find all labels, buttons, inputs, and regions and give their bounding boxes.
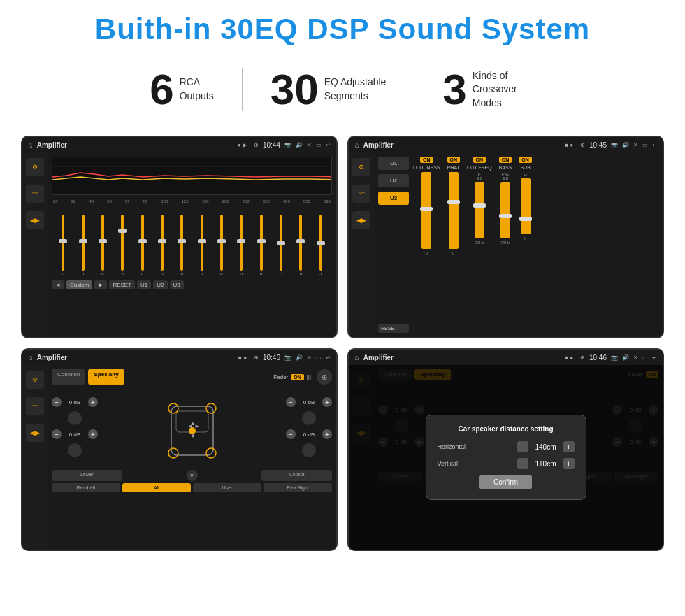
fader-label: Fader <box>273 374 288 380</box>
db-row-3: − 0 dB + <box>286 397 332 407</box>
location-icon-2: ⊕ <box>580 142 585 148</box>
btn-copilot[interactable]: Copilot <box>261 470 332 481</box>
cv-loudness-slider[interactable] <box>421 172 431 249</box>
x-icon-3: ✕ <box>307 354 312 361</box>
slider-11[interactable]: 0 <box>256 215 267 276</box>
slider-6[interactable]: 0 <box>157 215 168 276</box>
preset-u2[interactable]: U2 <box>378 174 409 187</box>
confirm-button[interactable]: Confirm <box>480 475 532 489</box>
svg-text:▲: ▲ <box>190 420 196 427</box>
cv-cutfreq-val: 60Hz <box>475 241 484 245</box>
sidebar-eq-btn-3[interactable]: ⚙ <box>26 371 44 389</box>
preset-u1[interactable]: U1 <box>378 157 409 170</box>
eq-main-area: 2532405063 80100125160200 25032040050063… <box>48 152 336 337</box>
svg-point-7 <box>168 448 178 458</box>
plus-btn-2[interactable]: + <box>88 429 98 439</box>
prev-btn[interactable]: ◄ <box>52 280 64 289</box>
cv-phat-on[interactable]: ON <box>447 157 461 163</box>
minus-btn-2[interactable]: − <box>52 429 62 439</box>
slider-5[interactable]: 0 <box>137 215 148 276</box>
horizontal-plus[interactable]: + <box>563 441 575 452</box>
u3-btn-1[interactable]: U3 <box>170 280 184 289</box>
sidebar-wave-btn-3[interactable]: 〰 <box>26 397 44 415</box>
btn-rearright[interactable]: RearRight <box>264 483 332 492</box>
preset-u3[interactable]: U3 <box>378 192 409 205</box>
tab-common-3[interactable]: Common <box>52 369 85 385</box>
eq-curve-svg <box>52 157 331 194</box>
slider-9[interactable]: 0 <box>216 215 227 276</box>
plus-btn-1[interactable]: + <box>88 397 98 407</box>
screen1-content: ⚙ 〰 ◀▶ <box>22 152 336 337</box>
minus-btn-1[interactable]: − <box>52 397 62 407</box>
dialog-vertical-row: Vertical − 110cm + <box>438 458 575 469</box>
batt-icon-4: ▭ <box>642 354 648 361</box>
slider-4[interactable]: 5 <box>117 215 128 276</box>
freq-labels: 2532405063 80100125160200 25032040050063… <box>52 199 332 203</box>
fader-on-badge[interactable]: ON <box>291 374 304 380</box>
horizontal-minus[interactable]: − <box>517 441 528 452</box>
plus-btn-4[interactable]: + <box>322 429 332 439</box>
cv-sub-slider[interactable] <box>521 178 531 234</box>
app-name-2: Amplifier <box>363 141 561 149</box>
slider-2[interactable]: 0 <box>78 215 89 276</box>
fader-label-row: Fader ON ||| <box>273 369 311 385</box>
slider-track-1[interactable] <box>62 215 64 271</box>
cam-icon-2: 📷 <box>611 142 618 148</box>
dialog-title: Car speaker distance setting <box>438 425 575 433</box>
slider-14[interactable]: -1 <box>315 215 326 276</box>
sidebar-vol-btn-3[interactable]: ◀▶ <box>26 424 44 442</box>
batt-icon-2: ▭ <box>642 142 648 148</box>
slider-1[interactable]: 0 <box>57 215 68 276</box>
sidebar-vol-btn-2[interactable]: ◀▶ <box>352 211 370 229</box>
screen-crossover: ⌂ Amplifier ■ ● ⊕ 10:45 📷 🔊 ✕ ▭ ↩ ⚙ 〰 ◀▶ <box>347 136 664 338</box>
minus-btn-3[interactable]: − <box>286 397 296 407</box>
u1-btn-1[interactable]: U1 <box>137 280 151 289</box>
status-dots-2: ■ ● <box>565 142 573 148</box>
cv-cutfreq-on[interactable]: ON <box>473 157 486 163</box>
vertical-plus[interactable]: + <box>563 458 575 469</box>
u2-btn-1[interactable]: U2 <box>153 280 167 289</box>
stat-label-eq: EQ AdjustableSegments <box>324 76 387 103</box>
slider-3[interactable]: 0 <box>97 215 108 276</box>
fader-bottom-btns: Driver ▼ Copilot <box>52 470 332 481</box>
vertical-minus[interactable]: − <box>517 458 528 469</box>
crossover-main-area: U1 U2 U3 RESET ON LOUDNESS <box>374 152 663 337</box>
slider-12[interactable]: -1 <box>275 215 287 276</box>
cv-phat-slider[interactable] <box>449 172 459 249</box>
tab-specialty-3[interactable]: Specialty <box>88 369 124 385</box>
minus-btn-4[interactable]: − <box>286 429 296 439</box>
plus-btn-3[interactable]: + <box>322 397 332 407</box>
custom-btn[interactable]: Custom <box>66 280 93 289</box>
sidebar-vol-btn[interactable]: ◀▶ <box>26 211 44 229</box>
btn-driver[interactable]: Driver <box>52 470 122 481</box>
btn-all[interactable]: All <box>122 483 191 492</box>
vertical-value: 110cm <box>532 460 560 468</box>
reset-btn-cv[interactable]: RESET <box>378 289 409 333</box>
cv-loudness-val: 0 <box>426 251 428 255</box>
cv-loudness-on[interactable]: ON <box>420 157 433 163</box>
btn-rearleft[interactable]: RearLeft <box>52 483 120 492</box>
btn-user-3[interactable]: User <box>193 483 261 492</box>
cv-bass-on[interactable]: ON <box>499 157 512 163</box>
cv-cutfreq-slider[interactable] <box>475 182 484 238</box>
reset-btn-1[interactable]: RESET <box>109 280 135 289</box>
slider-10[interactable]: 0 <box>236 215 247 276</box>
settings-icon-3[interactable]: ⊕ <box>317 369 332 385</box>
play-btn[interactable]: ► <box>94 280 107 289</box>
slider-8[interactable]: 0 <box>196 215 208 276</box>
sidebar-eq-btn-2[interactable]: ⚙ <box>352 158 370 176</box>
dialog-box: Car speaker distance setting Horizontal … <box>426 415 586 500</box>
vol-icon-1: 🔊 <box>296 142 303 148</box>
slider-7[interactable]: 0 <box>176 215 187 276</box>
arrow-down-icon-3: ▼ <box>187 470 198 481</box>
cv-sub-val: 0 <box>524 236 526 241</box>
svg-text:▼: ▼ <box>190 433 196 439</box>
slider-13[interactable]: 0 <box>295 215 306 276</box>
cv-sub-on[interactable]: ON <box>519 157 532 163</box>
sidebar-eq-btn[interactable]: ⚙ <box>26 158 44 176</box>
sidebar-wave-btn[interactable]: 〰 <box>26 185 44 203</box>
sidebar-wave-btn-2[interactable]: 〰 <box>352 185 370 203</box>
cv-bass-sub: F G3.0 <box>502 172 509 180</box>
left-db-controls: − 0 dB + − 0 dB + <box>52 389 98 466</box>
cv-bass-slider[interactable] <box>500 182 510 238</box>
